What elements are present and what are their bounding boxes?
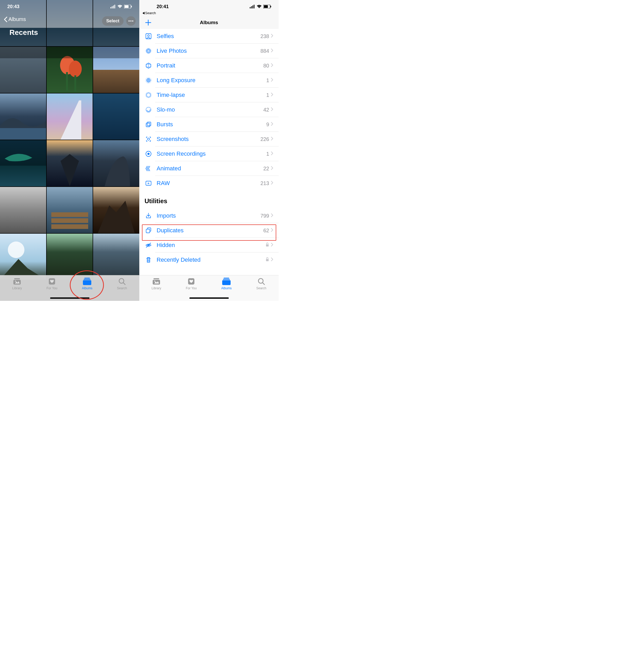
- album-row-live-photos[interactable]: Live Photos884: [139, 43, 279, 58]
- svg-rect-92: [266, 259, 269, 261]
- photo-thumbnail[interactable]: [0, 93, 46, 140]
- bursts-icon: [144, 121, 152, 128]
- svg-line-77: [150, 108, 150, 108]
- svg-line-102: [263, 283, 265, 285]
- chevron-right-icon: [271, 257, 273, 262]
- tab-bar: Library For You Albums Search: [139, 275, 279, 301]
- album-row-time-lapse[interactable]: Time-lapse1: [139, 88, 279, 102]
- photo-thumbnail[interactable]: [93, 47, 139, 93]
- row-label: RAW: [157, 180, 261, 187]
- status-bar: 20:41: [139, 0, 279, 13]
- svg-point-11: [8, 242, 24, 258]
- status-bar: 20:43: [0, 0, 139, 13]
- tab-library[interactable]: Library: [12, 278, 22, 290]
- svg-rect-38: [264, 5, 268, 8]
- album-row-recently-deleted[interactable]: Recently Deleted: [139, 253, 279, 267]
- photo-thumbnail[interactable]: [93, 187, 139, 233]
- phone-albums: 20:41 Search Albums Selfies238Live Photo…: [139, 0, 279, 301]
- chevron-right-icon: [271, 151, 273, 156]
- add-button[interactable]: [145, 18, 151, 27]
- tab-label: For You: [186, 286, 197, 290]
- library-icon: [13, 278, 21, 285]
- album-row-screen-recordings[interactable]: Screen Recordings1: [139, 147, 279, 161]
- ellipsis-icon: [128, 20, 134, 22]
- svg-rect-79: [146, 123, 150, 127]
- tab-for-you[interactable]: For You: [186, 278, 197, 290]
- svg-point-44: [148, 35, 149, 37]
- tab-albums[interactable]: Albums: [221, 278, 232, 290]
- row-label: Recently Deleted: [157, 256, 266, 263]
- svg-rect-8: [51, 218, 88, 223]
- row-count: 9: [266, 122, 269, 128]
- portrait-icon: [144, 62, 152, 70]
- svg-text:R: R: [148, 182, 149, 185]
- album-row-long-exposure[interactable]: Long Exposure1: [139, 73, 279, 88]
- photo-thumbnail[interactable]: [0, 47, 46, 93]
- svg-line-61: [149, 92, 150, 93]
- tab-search[interactable]: Search: [256, 278, 266, 290]
- row-count: 1: [266, 92, 269, 98]
- nav-bar: Albums: [139, 16, 279, 29]
- photo-thumbnail[interactable]: [93, 93, 139, 140]
- tab-library[interactable]: Library: [152, 278, 161, 290]
- svg-line-59: [147, 92, 148, 93]
- plus-icon: [145, 20, 151, 26]
- photo-thumbnail[interactable]: [0, 187, 46, 233]
- photo-thumbnail[interactable]: [0, 234, 46, 280]
- svg-line-68: [147, 111, 148, 113]
- battery-icon: [264, 5, 271, 8]
- tab-for-you[interactable]: For You: [46, 278, 57, 290]
- tab-bar: Library For You Albums Search: [0, 275, 139, 301]
- screenshots-icon: [144, 135, 152, 143]
- chevron-right-icon: [271, 78, 273, 83]
- more-button[interactable]: [126, 16, 136, 26]
- row-label: Hidden: [157, 242, 266, 249]
- photo-thumbnail[interactable]: [93, 140, 139, 186]
- svg-point-49: [147, 78, 150, 82]
- photo-thumbnail[interactable]: [47, 187, 93, 233]
- row-label: Screen Recordings: [157, 151, 266, 157]
- album-row-slo-mo[interactable]: Slo-mo42: [139, 102, 279, 117]
- select-button[interactable]: Select: [102, 16, 124, 26]
- search-icon: [118, 278, 126, 285]
- svg-rect-19: [131, 6, 132, 7]
- row-label: Slo-mo: [157, 106, 264, 113]
- album-row-bursts[interactable]: Bursts9: [139, 117, 279, 132]
- chevron-left-icon: [4, 17, 7, 22]
- row-count: 884: [261, 48, 269, 54]
- svg-rect-34: [251, 6, 252, 8]
- svg-line-62: [150, 94, 151, 95]
- photo-thumbnail[interactable]: [47, 47, 93, 93]
- svg-marker-5: [60, 100, 81, 140]
- library-icon: [152, 278, 161, 285]
- album-row-portrait[interactable]: Portrait80: [139, 58, 279, 73]
- row-label: Imports: [157, 212, 261, 219]
- album-row-animated[interactable]: Animated22: [139, 161, 279, 176]
- live-photos-icon: [144, 47, 152, 55]
- back-button[interactable]: Albums: [4, 16, 26, 22]
- back-label: Albums: [8, 16, 26, 22]
- tab-label: For You: [46, 286, 57, 290]
- svg-marker-10: [98, 201, 135, 233]
- photo-thumbnail[interactable]: [0, 140, 46, 186]
- photo-thumbnail[interactable]: [47, 140, 93, 186]
- tab-label: Library: [152, 286, 161, 290]
- album-row-imports[interactable]: Imports799: [139, 209, 279, 223]
- svg-line-58: [146, 94, 147, 95]
- tab-search[interactable]: Search: [117, 278, 127, 290]
- photo-thumbnail[interactable]: [93, 234, 139, 280]
- album-row-selfies[interactable]: Selfies238: [139, 29, 279, 43]
- svg-line-55: [147, 96, 148, 97]
- row-count: 1: [266, 151, 269, 157]
- svg-line-52: [150, 96, 151, 97]
- photo-thumbnail[interactable]: [47, 93, 93, 140]
- svg-rect-98: [224, 278, 229, 279]
- breadcrumb-back[interactable]: Search: [142, 11, 156, 15]
- svg-marker-6: [60, 154, 79, 186]
- row-label: Long Exposure: [157, 77, 266, 84]
- svg-line-53: [149, 96, 150, 97]
- album-row-raw[interactable]: RRAW213: [139, 176, 279, 191]
- svg-rect-39: [271, 6, 271, 7]
- home-indicator[interactable]: [189, 297, 229, 299]
- album-row-screenshots[interactable]: Screenshots226: [139, 132, 279, 147]
